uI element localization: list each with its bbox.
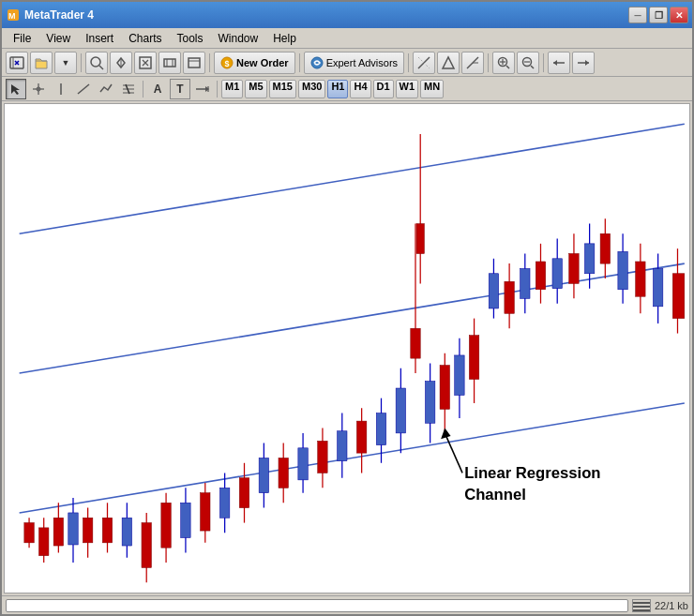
toolbar-zoom-out[interactable] [517, 52, 539, 74]
tf-m15[interactable]: M15 [269, 80, 296, 98]
svg-rect-47 [24, 523, 34, 543]
svg-rect-87 [396, 388, 405, 433]
svg-rect-8 [164, 59, 175, 67]
app-icon: M [6, 8, 21, 23]
status-bar: 22/1 kb [2, 595, 692, 614]
status-info: 22/1 kb [655, 600, 688, 611]
draw-text-label[interactable]: T [170, 79, 190, 99]
toolbar-btn-6[interactable] [183, 52, 205, 74]
menu-file[interactable]: File [6, 30, 38, 47]
tf-d1[interactable]: D1 [373, 80, 394, 98]
draw-vertical-line[interactable] [51, 79, 71, 99]
svg-rect-11 [189, 58, 200, 68]
draw-crosshair-tool[interactable] [28, 79, 49, 99]
svg-rect-119 [653, 268, 662, 306]
toolbar-sep-3 [299, 53, 300, 72]
toolbar-btn-1[interactable] [6, 52, 28, 74]
svg-rect-107 [552, 259, 562, 289]
toolbar-btn-11[interactable] [572, 52, 595, 74]
chart-area[interactable]: Linear Regression Channel [4, 103, 690, 593]
menu-insert[interactable]: Insert [78, 30, 121, 47]
svg-rect-95 [455, 355, 464, 396]
svg-point-15 [311, 57, 323, 68]
svg-rect-113 [600, 233, 610, 263]
svg-rect-93 [440, 366, 449, 410]
menu-window[interactable]: Window [211, 30, 266, 47]
svg-line-34 [78, 84, 89, 94]
svg-text:$: $ [224, 59, 229, 68]
svg-text:M: M [8, 11, 16, 21]
draw-sep-1 [143, 81, 143, 98]
toolbar-btn-dropdown[interactable]: ▼ [54, 52, 77, 74]
svg-rect-109 [569, 253, 579, 283]
svg-rect-53 [68, 513, 78, 545]
svg-rect-59 [122, 518, 131, 546]
toolbar-btn-2[interactable] [85, 52, 108, 74]
svg-marker-27 [553, 60, 557, 66]
tf-w1[interactable]: W1 [396, 80, 419, 98]
tf-m5[interactable]: M5 [245, 80, 266, 98]
svg-rect-51 [53, 518, 63, 546]
tf-h1[interactable]: H1 [327, 80, 348, 98]
draw-poly-line[interactable] [96, 79, 116, 99]
svg-rect-63 [161, 503, 171, 548]
svg-rect-55 [83, 518, 92, 543]
svg-text:Linear Regression: Linear Regression [464, 464, 600, 482]
close-button[interactable]: ✕ [670, 7, 688, 23]
draw-arrows-tool[interactable] [192, 79, 213, 99]
svg-rect-105 [536, 262, 545, 290]
svg-rect-111 [584, 244, 594, 274]
toolbar-btn-10[interactable] [548, 52, 570, 74]
svg-rect-121 [672, 274, 685, 319]
svg-rect-79 [318, 441, 327, 473]
draw-fib-tool[interactable] [118, 79, 139, 99]
svg-rect-85 [376, 413, 385, 445]
svg-line-20 [506, 66, 509, 68]
main-window: M MetaTrader 4 ─ ❐ ✕ File View Insert Ch… [0, 0, 694, 616]
menu-charts[interactable]: Charts [121, 30, 169, 47]
toolbar-btn-8[interactable] [437, 52, 460, 74]
svg-rect-71 [239, 478, 249, 508]
toolbar-sep-1 [81, 53, 82, 72]
main-toolbar: ▼ $ New Order Expert Advisors [2, 49, 692, 77]
chart-svg: Linear Regression Channel [5, 104, 689, 593]
svg-point-4 [91, 57, 100, 67]
svg-marker-29 [585, 60, 589, 66]
tf-m30[interactable]: M30 [298, 80, 325, 98]
menu-tools[interactable]: Tools [170, 30, 211, 47]
toolbar-btn-7[interactable] [413, 52, 435, 74]
svg-rect-75 [279, 458, 288, 488]
draw-line-tool[interactable] [73, 79, 94, 99]
toolbar-btn-9[interactable] [461, 52, 484, 74]
drawing-toolbar: A T M1 M5 M15 M30 H1 H4 D1 W1 MN [2, 77, 692, 101]
draw-text-tool[interactable]: A [147, 79, 168, 99]
svg-rect-89 [411, 328, 420, 358]
toolbar-btn-4[interactable] [134, 52, 157, 74]
svg-line-5 [99, 66, 103, 69]
svg-rect-81 [338, 431, 347, 461]
toolbar-btn-5[interactable] [158, 52, 181, 74]
svg-rect-101 [505, 281, 514, 313]
svg-rect-91 [425, 382, 434, 424]
menu-view[interactable]: View [38, 30, 78, 47]
tf-mn[interactable]: MN [420, 80, 444, 98]
restore-button[interactable]: ❐ [649, 7, 668, 23]
toolbar-btn-open[interactable] [30, 52, 53, 74]
menu-help[interactable]: Help [265, 30, 304, 47]
minimize-button[interactable]: ─ [628, 7, 647, 23]
svg-rect-77 [298, 448, 308, 480]
svg-rect-73 [259, 458, 268, 492]
scroll-bar[interactable] [6, 599, 628, 612]
tf-m1[interactable]: M1 [221, 80, 243, 98]
svg-rect-65 [181, 503, 190, 537]
svg-line-24 [531, 66, 534, 68]
svg-rect-103 [520, 268, 530, 298]
expert-advisors-button[interactable]: Expert Advisors [304, 52, 404, 74]
new-order-button[interactable]: $ New Order [214, 52, 295, 74]
toolbar-zoom-in[interactable] [492, 52, 515, 74]
svg-rect-61 [142, 523, 151, 568]
window-title: MetaTrader 4 [24, 8, 628, 22]
draw-select-tool[interactable] [6, 79, 26, 99]
toolbar-btn-3[interactable] [110, 52, 132, 74]
tf-h4[interactable]: H4 [350, 80, 370, 98]
